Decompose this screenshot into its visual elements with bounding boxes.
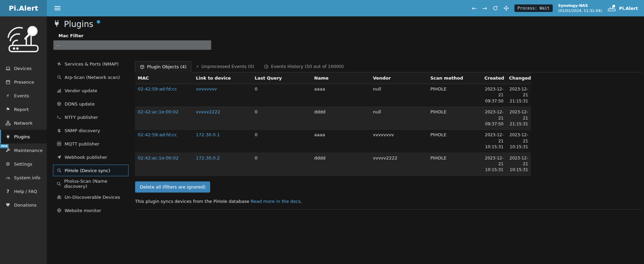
scan-method-cell: PIHOLE [428, 84, 482, 107]
sidebar-item-presence[interactable]: Presence [0, 75, 47, 89]
delete-all-button[interactable]: Delete all (filters are ignored) [135, 181, 210, 193]
changed-cell: 2023-12-21 10:15:31 [506, 153, 531, 176]
sidebar: Devices Presence ⚡ Events ⚑ Report Netwo… [0, 16, 47, 264]
plugin-nav-item-ntfy-publisher[interactable]: NTFY publisher [53, 111, 129, 123]
sidebar-item-settings[interactable]: ⚙ Settings [0, 157, 47, 171]
question-icon: ? [5, 189, 11, 194]
paper-plane-icon [56, 155, 62, 159]
host-info: Synology-NAS (01/01/2024, 11:31:04) [558, 3, 602, 14]
plugin-nav-item-arp-scan[interactable]: Arp-Scan (Network scan) [53, 71, 129, 83]
mac-link[interactable]: 02:42:59:ad:fd:cc [138, 86, 177, 92]
laptop-icon [5, 66, 11, 71]
plugin-nav-item-webhook-publisher[interactable]: Webhook publisher [53, 151, 129, 163]
mac-cell: 02:42:59:ad:fd:cc [135, 130, 193, 153]
mac-link[interactable]: 02:42:59:ad:fd:cc [138, 132, 177, 137]
back-arrow-icon[interactable]: ← [472, 5, 477, 11]
vendor-cell: vvvvv2222 [370, 153, 428, 176]
tab-unprocessed-events[interactable]: ⚡ Unprocessed Events (0) [191, 61, 259, 72]
created-cell: 2023-12-21 09:37:50 [482, 84, 506, 107]
plugin-nav-item-pihole-device-sync[interactable]: PiHole (Device sync) [53, 165, 129, 176]
plugin-nav-label: Services & Ports (NMAP) [65, 61, 119, 67]
sidebar-item-label: Maintenance [14, 148, 43, 153]
scan-method-cell: PIHOLE [428, 107, 482, 130]
last-query-cell: 0 [252, 130, 311, 153]
search-icon [56, 168, 62, 173]
created-cell: 2023-12-21 09:37:50 [482, 107, 506, 130]
plug-icon [53, 20, 61, 27]
plugin-nav-label: Un-Discoverable Devices [65, 195, 120, 200]
docs-link[interactable]: Read more in the docs. [251, 199, 302, 204]
table-header-row: MAC Link to device Last Query Name Vendo… [135, 72, 531, 84]
mac-link[interactable]: 02:42:ac:1e:00:02 [138, 155, 178, 161]
plugin-nav-item-mqtt-publisher[interactable]: M MQTT publisher [53, 138, 129, 150]
brand-logo: Pi.Alert [0, 0, 47, 16]
last-query-cell: 0 [252, 107, 311, 130]
sidebar-item-events[interactable]: ⚡ Events [0, 89, 47, 102]
forward-arrow-icon[interactable]: → [482, 5, 487, 11]
globe-icon [56, 208, 62, 213]
scan-method-cell: PIHOLE [428, 153, 482, 176]
created-cell: 2023-12-21 10:15:31 [482, 130, 506, 153]
plugin-nav-label: SNMP discovery [65, 128, 100, 133]
mac-filter-input[interactable] [53, 40, 211, 50]
plug-icon [5, 134, 11, 139]
vendor-cell: vvvvvvvv [370, 130, 428, 153]
plugin-nav-item-pholus-scan[interactable]: Pholus-Scan (Name discovery) [53, 178, 129, 190]
sidebar-item-report[interactable]: ⚑ Report [0, 102, 47, 116]
sidebar-item-label: Network [14, 121, 32, 126]
menu-toggle-button[interactable] [53, 4, 62, 12]
sidebar-item-label: Report [14, 107, 29, 112]
mac-link[interactable]: 02:42:ac:1e:00:02 [138, 109, 178, 114]
info-badge-icon[interactable] [97, 20, 100, 24]
device-link[interactable]: vvvvv2222 [196, 109, 220, 114]
s-letter-icon: S [56, 128, 62, 133]
device-link-cell: 172.30.0.2 [193, 153, 252, 176]
refresh-icon[interactable] [493, 5, 498, 11]
topnav: ← → Process: Wait Synology-NAS (01/01/20… [47, 0, 644, 16]
wrench-icon [5, 148, 11, 153]
plugin-nav-item-website-monitor[interactable]: Website monitor [53, 205, 129, 216]
plugin-nav-item-snmp-discovery[interactable]: S SNMP discovery [53, 125, 129, 136]
plugin-nav-item-vendor-update[interactable]: Vendor update [53, 85, 129, 96]
fan-icon [56, 61, 62, 66]
sidebar-item-help-faq[interactable]: ? Help / FAQ [0, 184, 47, 198]
plugin-nav-label: PiHole (Device sync) [65, 168, 110, 173]
plugin-tabs: Plugin Objects (4) ⚡ Unprocessed Events … [135, 61, 642, 72]
device-link-cell: vvvvv2222 [193, 107, 252, 130]
sidebar-item-network[interactable]: Network [0, 116, 47, 130]
plugin-panel: Plugin Objects (4) ⚡ Unprocessed Events … [135, 61, 642, 210]
column-header-changed: Changed [506, 72, 531, 84]
sidebar-item-label: Devices [14, 66, 31, 71]
sidebar-item-system-info[interactable]: System info [0, 171, 47, 184]
device-link[interactable]: vvvvvvvv [196, 86, 217, 92]
sidebar-item-devices[interactable]: Devices [0, 61, 47, 75]
plugin-nav-label: Webhook publisher [65, 155, 107, 160]
host-time: (01/01/2024, 11:31:04) [558, 8, 602, 13]
host-name: Synology-NAS [558, 3, 602, 8]
plugin-nav-item-ddns-update[interactable]: DDNS update [53, 98, 129, 110]
sidebar-item-donations[interactable]: ♥ Donations [0, 198, 47, 212]
created-cell: 2023-12-21 10:15:31 [482, 153, 506, 176]
tab-label: Events History (50 out of 10000) [271, 64, 344, 69]
last-query-cell: 0 [252, 153, 311, 176]
search-icon [56, 181, 61, 186]
plugin-nav-label: DDNS update [65, 101, 95, 107]
heart-icon: ♥ [5, 203, 11, 207]
move-arrows-icon[interactable] [504, 5, 509, 11]
mac-cell: 02:42:59:ad:fd:cc [135, 84, 193, 107]
plugin-nav-item-services-ports[interactable]: Services & Ports (NMAP) [53, 58, 129, 70]
sidebar-item-label: System info [14, 175, 40, 180]
globe-icon [56, 101, 62, 106]
plugin-nav-label: NTFY publisher [65, 115, 98, 120]
page-header: Plugins [53, 20, 100, 29]
device-link[interactable]: 172.30.0.1 [196, 132, 220, 137]
sidebar-item-label: Events [14, 93, 29, 98]
name-cell: dddd [311, 107, 370, 130]
device-link[interactable]: 172.30.0.2 [196, 155, 220, 161]
column-header-name: Name [311, 72, 370, 84]
tab-label: Unprocessed Events (0) [201, 64, 254, 69]
tab-events-history[interactable]: Events History (50 out of 10000) [259, 61, 349, 72]
plugin-nav-item-undiscoverable-devices[interactable]: Un-Discoverable Devices [53, 191, 129, 203]
sidebar-item-plugins[interactable]: Plugins [0, 130, 47, 143]
tab-plugin-objects[interactable]: Plugin Objects (4) [135, 61, 191, 72]
